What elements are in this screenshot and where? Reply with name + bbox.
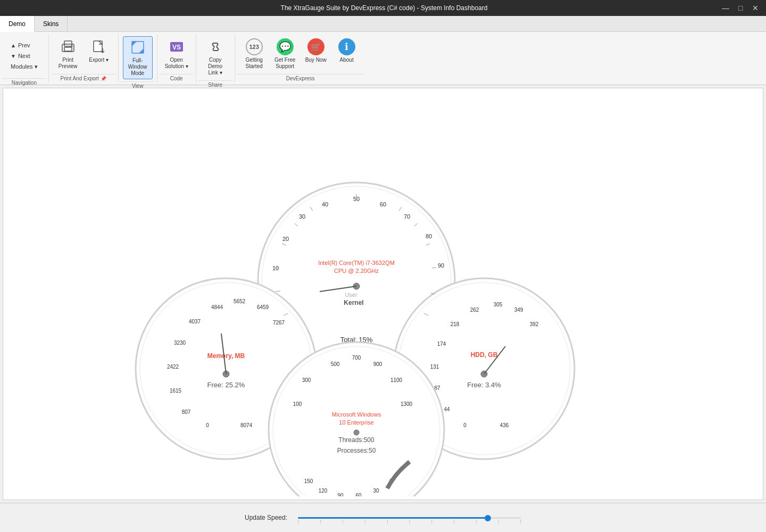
svg-text:6459: 6459 (257, 304, 269, 310)
next-button[interactable]: ▼ Next (6, 51, 42, 61)
svg-text:Intel(R) Core(TM) i7-3632QM: Intel(R) Core(TM) i7-3632QM (318, 260, 395, 266)
svg-text:700: 700 (352, 355, 361, 361)
svg-text:VS: VS (172, 44, 181, 51)
svg-text:5652: 5652 (234, 298, 246, 304)
link-icon (207, 38, 224, 55)
svg-text:Kernel: Kernel (344, 299, 363, 306)
about-label: About (340, 57, 354, 63)
copy-demo-label: Copy DemoLink ▾ (202, 57, 229, 76)
next-icon: ▼ (11, 53, 16, 59)
svg-text:131: 131 (430, 364, 439, 370)
prev-button[interactable]: ▲ Prev (6, 40, 42, 50)
ribbon-group-devexpress: 123 GettingStarted 💬 Get FreeSupport 🛒 B… (235, 34, 366, 82)
svg-text:10 Enterprise: 10 Enterprise (339, 419, 373, 426)
svg-point-306 (354, 430, 359, 435)
restore-button[interactable]: □ (735, 4, 746, 12)
svg-text:8074: 8074 (240, 422, 253, 428)
fullwindow-button[interactable]: Full-WindowMode (123, 36, 153, 79)
ribbon-group-code: VS Open Solution ▾ Code (157, 34, 196, 82)
tab-bar: Demo Skins (0, 16, 766, 32)
main-content: 50 60 70 40 30 80 20 90 10 100 0 (3, 88, 763, 500)
about-button[interactable]: ℹ About (332, 36, 362, 68)
print-icon (60, 38, 77, 55)
print-group-label: Print And Export 📌 (51, 74, 116, 82)
window-controls[interactable]: — □ ✕ (720, 4, 761, 12)
ribbon-group-view: Full-WindowMode View (119, 34, 157, 82)
svg-text:100: 100 (293, 401, 302, 407)
svg-text:305: 305 (494, 302, 503, 307)
svg-text:300: 300 (302, 377, 311, 383)
fullwindow-label: Full-WindowMode (124, 57, 151, 77)
modules-button[interactable]: Modules ▾ (6, 62, 42, 72)
svg-text:30: 30 (373, 488, 379, 494)
svg-text:900: 900 (373, 361, 382, 367)
update-speed-label: Update Speed: (245, 514, 287, 521)
svg-text:Memory, MB: Memory, MB (207, 352, 245, 360)
prev-label: Prev (18, 42, 30, 48)
buy-now-label: Buy Now (305, 57, 327, 63)
svg-text:80: 80 (426, 233, 432, 239)
svg-text:7267: 7267 (273, 320, 285, 326)
support-icon: 💬 (277, 38, 294, 55)
svg-rect-1 (64, 41, 72, 46)
open-solution-label: Open Solution ▾ (163, 57, 190, 70)
print-preview-button[interactable]: PrintPreview (53, 36, 83, 72)
svg-text:20: 20 (282, 236, 289, 242)
dashboard: 50 60 70 40 30 80 20 90 10 100 0 (3, 88, 763, 500)
svg-text:1100: 1100 (390, 377, 403, 383)
open-solution-icon: VS (168, 38, 185, 55)
svg-text:436: 436 (500, 422, 509, 428)
open-solution-button[interactable]: VS Open Solution ▾ (162, 36, 192, 72)
svg-text:30: 30 (299, 213, 305, 220)
svg-text:Microsoft Windows: Microsoft Windows (332, 411, 381, 418)
svg-text:60: 60 (355, 493, 362, 496)
tab-demo[interactable]: Demo (0, 16, 35, 32)
svg-text:120: 120 (319, 488, 328, 494)
getting-started-icon: 123 (246, 38, 263, 55)
close-button[interactable]: ✕ (750, 4, 761, 12)
copy-demo-link-button[interactable]: Copy DemoLink ▾ (201, 36, 230, 78)
ribbon-group-print: PrintPreview Export ▾ Print And Export 📌 (49, 34, 119, 82)
getting-started-button[interactable]: 123 GettingStarted (239, 36, 269, 72)
status-bar: Update Speed: | | | | | | | | | | | (0, 503, 766, 532)
export-button[interactable]: Export ▾ (84, 36, 114, 68)
svg-text:Free: 25.2%: Free: 25.2% (207, 381, 245, 389)
gauges-svg: 50 60 70 40 30 80 20 90 10 100 0 (5, 92, 761, 496)
svg-text:40: 40 (322, 201, 328, 207)
svg-text:0: 0 (206, 422, 209, 428)
getting-started-label: GettingStarted (246, 57, 263, 70)
next-label: Next (18, 53, 30, 59)
print-label: PrintPreview (59, 57, 78, 70)
speed-slider-container[interactable]: | | | | | | | | | | | (298, 512, 521, 523)
devexpress-group-label: DevExpress (237, 74, 364, 82)
code-group-label: Code (160, 74, 194, 82)
svg-text:807: 807 (182, 409, 191, 415)
svg-text:Threads:500: Threads:500 (338, 436, 374, 444)
svg-text:CPU @ 2.20GHz: CPU @ 2.20GHz (334, 268, 379, 274)
get-free-support-button[interactable]: 💬 Get FreeSupport (270, 36, 300, 72)
buy-now-button[interactable]: 🛒 Buy Now (301, 36, 331, 68)
svg-text:70: 70 (404, 213, 410, 220)
prev-icon: ▲ (11, 43, 16, 48)
svg-point-3 (71, 46, 72, 47)
fullwindow-icon (129, 39, 146, 56)
svg-text:2422: 2422 (167, 364, 179, 370)
ribbon-group-share: Copy DemoLink ▾ Share (196, 34, 235, 82)
svg-rect-2 (64, 47, 72, 51)
export-label: Export ▾ (89, 57, 109, 63)
svg-text:392: 392 (530, 321, 539, 327)
svg-text:User: User (345, 292, 357, 298)
tab-skins[interactable]: Skins (35, 16, 68, 31)
title-bar: The XtraGauge Suite by DevExpress (C# co… (0, 0, 766, 16)
svg-text:1615: 1615 (170, 388, 182, 394)
svg-text:1300: 1300 (401, 401, 413, 407)
window-title: The XtraGauge Suite by DevExpress (C# co… (48, 4, 720, 12)
nav-buttons: ▲ Prev ▼ Next Modules ▾ (4, 36, 44, 76)
about-icon: ℹ (338, 38, 355, 55)
svg-text:90: 90 (337, 493, 344, 496)
minimize-button[interactable]: — (720, 4, 731, 12)
svg-text:90: 90 (438, 262, 444, 269)
svg-text:4844: 4844 (211, 304, 223, 310)
buy-now-icon: 🛒 (307, 38, 324, 55)
svg-text:150: 150 (304, 478, 313, 484)
